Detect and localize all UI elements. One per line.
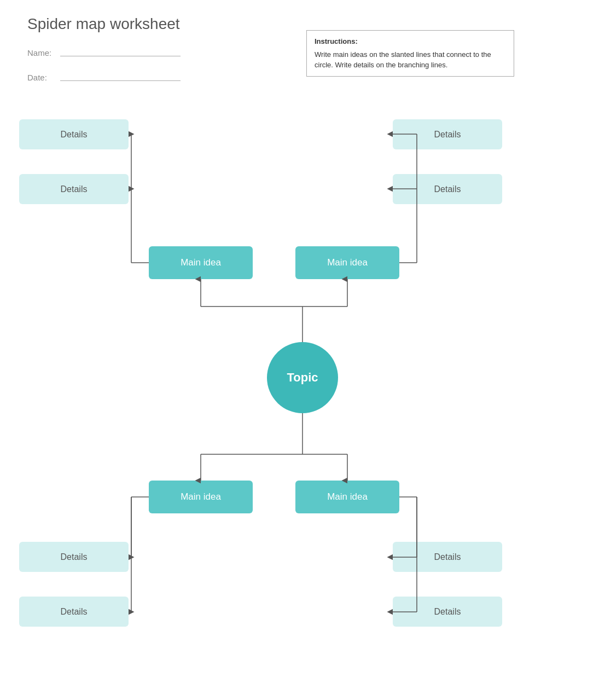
instructions-text: Write main ideas on the slanted lines th… xyxy=(315,50,491,70)
details-top-right-1: Details xyxy=(393,119,502,149)
instructions-box: Instructions: Write main ideas on the sl… xyxy=(306,30,514,77)
page-title: Spider map worksheet xyxy=(27,15,180,33)
main-idea-bottom-right: Main idea xyxy=(295,481,399,513)
topic-label: Topic xyxy=(287,371,318,385)
details-top-left-1: Details xyxy=(19,119,129,149)
main-idea-top-left: Main idea xyxy=(149,246,253,279)
details-bottom-right-1: Details xyxy=(393,542,502,572)
instructions-heading: Instructions: xyxy=(315,36,506,47)
date-label: Date: xyxy=(27,73,47,82)
details-top-right-2: Details xyxy=(393,174,502,204)
topic-circle: Topic xyxy=(267,342,338,413)
date-input[interactable] xyxy=(60,71,181,81)
main-idea-bottom-left: Main idea xyxy=(149,481,253,513)
main-idea-top-right: Main idea xyxy=(295,246,399,279)
details-bottom-left-2: Details xyxy=(19,597,129,627)
name-input[interactable] xyxy=(60,47,181,56)
details-bottom-left-1: Details xyxy=(19,542,129,572)
details-top-left-2: Details xyxy=(19,174,129,204)
name-label: Name: xyxy=(27,48,51,57)
details-bottom-right-2: Details xyxy=(393,597,502,627)
